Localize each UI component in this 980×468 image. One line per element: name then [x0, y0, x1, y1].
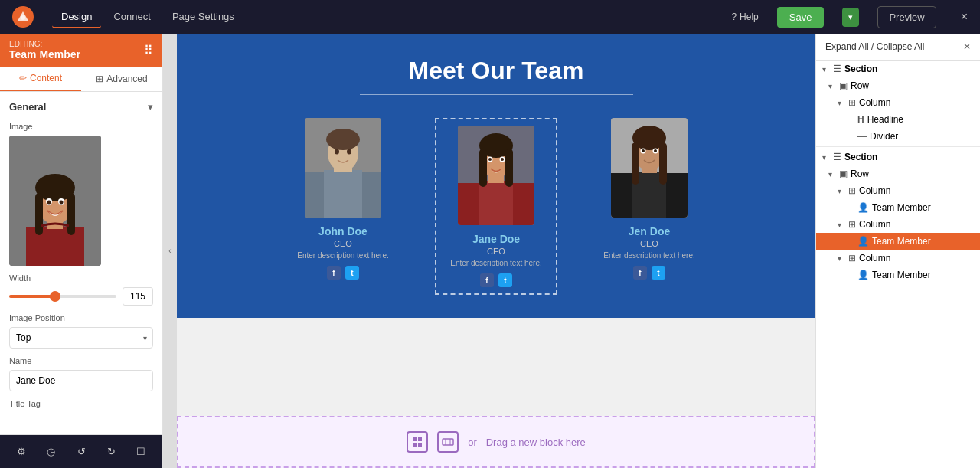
svg-rect-28	[505, 149, 513, 187]
preview-button[interactable]: Preview	[877, 6, 936, 28]
settings-tool-btn[interactable]: ⚙	[9, 440, 33, 464]
left-panel: EDITING: Team Member ⠿ ✏ Content ⊞ Advan…	[0, 34, 163, 468]
svg-point-20	[347, 149, 351, 155]
svg-rect-23	[479, 181, 513, 225]
svg-rect-27	[479, 149, 487, 187]
tree-label-headline1: Headline	[867, 114, 974, 125]
tree-member1[interactable]: 👤 Team Member	[816, 199, 980, 216]
svg-rect-49	[443, 439, 453, 445]
svg-rect-48	[418, 443, 422, 447]
divider-icon: —	[858, 131, 867, 142]
svg-rect-7	[35, 193, 43, 235]
svg-rect-46	[418, 437, 422, 441]
save-button[interactable]: Save	[777, 7, 825, 28]
main-layout: EDITING: Team Member ⠿ ✏ Content ⊞ Advan…	[0, 34, 980, 468]
tree-section1[interactable]: ▾ ☰ Section	[816, 61, 980, 77]
tree-row2[interactable]: ▾ ▣ Row	[816, 165, 980, 182]
member-icon-3: 👤	[858, 270, 869, 280]
svg-rect-3	[26, 227, 84, 266]
slider-track[interactable]	[9, 295, 116, 298]
preview-tool-btn[interactable]: ☐	[129, 440, 153, 464]
tree-label-col1: Column	[859, 97, 974, 108]
nav-tab-connect[interactable]: Connect	[104, 6, 159, 28]
tree-headline1[interactable]: H Headline	[816, 111, 980, 128]
canvas-empty-area	[177, 318, 815, 416]
redo-tool-btn[interactable]: ↻	[100, 440, 123, 464]
jane-name: Jane Doe	[443, 233, 550, 245]
tree-label-col4: Column	[859, 253, 974, 263]
tree-member3[interactable]: 👤 Team Member	[816, 267, 980, 283]
tree-col4[interactable]: ▾ ⊞ Column	[816, 250, 980, 267]
close-button[interactable]: ×	[961, 10, 968, 24]
team-member-jane[interactable]: Jane Doe CEO Enter description text here…	[435, 118, 557, 295]
save-dropdown-button[interactable]: ▾	[842, 8, 859, 27]
image-position-select[interactable]: Top Left Right Bottom	[9, 327, 153, 349]
tree-label-member1: Team Member	[872, 202, 974, 213]
undo-tool-btn[interactable]: ↺	[69, 440, 93, 464]
nav-tab-page-settings[interactable]: Page Settings	[163, 6, 243, 28]
name-input[interactable]	[9, 370, 153, 391]
svg-rect-39	[632, 142, 639, 185]
jen-desc: Enter description text here.	[588, 251, 710, 260]
jen-role: CEO	[588, 239, 710, 248]
help-button[interactable]: ? Help	[731, 11, 758, 22]
svg-point-43	[642, 149, 645, 152]
john-facebook-icon[interactable]: f	[327, 266, 341, 280]
panel-collapse-toggle[interactable]: ‹	[163, 34, 177, 468]
drag-or-text: or	[468, 437, 477, 448]
tree-col3[interactable]: ▾ ⊞ Column	[816, 216, 980, 233]
jen-twitter-icon[interactable]: t	[652, 266, 665, 280]
top-nav: Design Connect Page Settings ? Help Save…	[0, 0, 980, 34]
row-icon-1: ▣	[839, 80, 848, 91]
svg-rect-8	[67, 193, 75, 235]
col-icon-3: ⊞	[848, 219, 856, 230]
width-value-input[interactable]: 115	[122, 287, 153, 306]
jen-social: f t	[588, 266, 710, 280]
jane-desc: Enter description text here.	[443, 259, 550, 267]
jane-photo	[458, 126, 534, 225]
title-tag-label: Title Tag	[9, 399, 153, 408]
tree-row1[interactable]: ▾ ▣ Row	[816, 77, 980, 94]
right-panel-close-icon[interactable]: ✕	[963, 41, 971, 52]
canvas-main: Meet Our Team	[177, 34, 815, 468]
tree-label-col3: Column	[859, 219, 974, 230]
image-preview[interactable]	[9, 136, 101, 266]
slider-thumb[interactable]	[50, 291, 60, 302]
row-icon-2: ▣	[839, 169, 848, 179]
tree-divider1[interactable]: — Divider	[816, 128, 980, 145]
nav-tab-design[interactable]: Design	[52, 6, 101, 28]
tab-content[interactable]: ✏ Content	[0, 67, 81, 91]
tree-col1[interactable]: ▾ ⊞ Column	[816, 94, 980, 111]
image-label: Image	[9, 122, 153, 131]
jane-twitter-icon[interactable]: t	[498, 273, 512, 287]
tree-section2[interactable]: ▾ ☰ Section	[816, 149, 980, 165]
tree-toggle-row1: ▾	[828, 82, 836, 90]
drag-block-icon-1[interactable]	[407, 431, 428, 453]
team-member-jen[interactable]: Jen Doe CEO Enter description text here.…	[588, 118, 710, 280]
headline-icon: H	[858, 114, 864, 125]
general-collapse-icon[interactable]: ▾	[148, 101, 153, 113]
general-section-header: General ▾	[9, 101, 153, 113]
jane-facebook-icon[interactable]: f	[480, 273, 494, 287]
john-photo	[305, 118, 381, 218]
tree-member2[interactable]: 👤 Team Member	[816, 233, 980, 250]
jen-facebook-icon[interactable]: f	[633, 266, 647, 280]
drag-label: Drag a new block here	[486, 437, 586, 448]
tree-label-member3: Team Member	[872, 270, 974, 280]
col-icon-4: ⊞	[848, 253, 856, 263]
tab-advanced[interactable]: ⊞ Advanced	[81, 67, 162, 91]
team-member-john[interactable]: John Doe CEO Enter description text here…	[282, 118, 404, 280]
drag-drop-area[interactable]: or Drag a new block here	[177, 416, 815, 468]
svg-point-32	[501, 158, 504, 161]
general-section: General ▾ Image	[0, 92, 162, 422]
tree-label-row1: Row	[851, 80, 974, 91]
expand-collapse-label[interactable]: Expand All / Collapse All	[825, 41, 924, 52]
drag-block-icon-2[interactable]	[437, 431, 459, 453]
tree-toggle-col1: ▾	[838, 99, 845, 107]
panel-grid-icon[interactable]: ⠿	[144, 43, 153, 57]
history-tool-btn[interactable]: ◷	[39, 440, 63, 464]
john-twitter-icon[interactable]: t	[345, 266, 359, 280]
bottom-toolbar: ⚙ ◷ ↺ ↻ ☐	[0, 434, 162, 468]
tree-col2[interactable]: ▾ ⊞ Column	[816, 182, 980, 199]
image-position-dropdown-wrapper: Top Left Right Bottom ▾	[9, 327, 153, 349]
